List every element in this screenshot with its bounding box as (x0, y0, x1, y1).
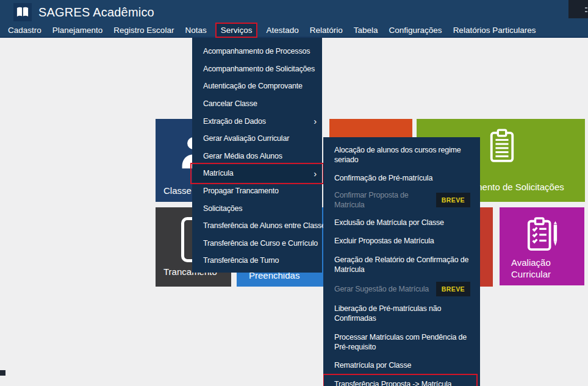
nav-item-planejamento[interactable]: Planejamento (47, 23, 109, 37)
tile-classe-label: Classe (163, 185, 192, 196)
menu-item-transferencia-curso-curriculo[interactable]: Transferência de Curso e Currículo (192, 235, 322, 252)
submenu-item-processar-matriculas-pendencia[interactable]: Processar Matrículas com Pendência de Pr… (323, 327, 480, 356)
tile-avaliacao-curricular[interactable]: Avaliação Curricular (500, 207, 584, 285)
menu-item-cancelar-classe[interactable]: Cancelar Classe (192, 95, 322, 113)
logo-box (13, 3, 32, 21)
submenu-item-confirmacao-pre-matricula[interactable]: Confirmação de Pré-matrícula (323, 169, 480, 188)
nav-item-servicos[interactable]: Serviços (215, 23, 258, 38)
nav-item-registro-escolar[interactable]: Registro Escolar (108, 23, 179, 37)
submenu-item-transferencia-proposta-matricula-pendente[interactable]: Transferência Proposta -> Matrícula Pend… (323, 374, 477, 386)
app-header: SAGRES Acadêmico Cadastro Planejamento R… (0, 0, 588, 38)
menu-item-solicitacoes[interactable]: Solicitações (192, 199, 322, 217)
nav-item-notas[interactable]: Notas (179, 23, 212, 37)
submenu-item-liberacao-pre-matriculas[interactable]: Liberação de Pré-matrículas não Confirma… (323, 299, 480, 328)
main-menubar: Cadastro Planejamento Registro Escolar N… (2, 22, 541, 38)
submenu-chevron-icon: › (314, 169, 317, 178)
submenu-item-rematricula-por-classe[interactable]: Rematrícula por Classe (323, 356, 480, 375)
submenu-item-excluir-propostas-matricula[interactable]: Excluir Propostas de Matrícula (323, 232, 480, 251)
nav-item-tabela[interactable]: Tabela (348, 23, 384, 37)
nav-item-cadastro[interactable]: Cadastro (2, 23, 47, 37)
menu-item-acompanhamento-de-solicitacoes[interactable]: Acompanhamento de Solicitações (192, 60, 322, 78)
submenu-item-gerar-sugestao-matricula: Gerar Sugestão de Matrícula BREVE (323, 279, 480, 299)
nav-item-relatorios-particulares[interactable]: Relatórios Particulares (448, 23, 542, 37)
breve-badge: BREVE (436, 193, 470, 207)
menu-item-gerar-avaliacao-curricular[interactable]: Gerar Avaliação Curricular (192, 130, 322, 148)
sagres-academico-app: Classe Acompanhamento de Solicitações Tr… (0, 0, 588, 386)
menu-item-transferencia-alunos-entre-classes[interactable]: Transferência de Alunos entre Classes (192, 217, 322, 235)
window-edge-artifact (0, 370, 5, 376)
menu-item-matricula[interactable]: Matrícula› (192, 165, 322, 182)
submenu-item-confirmar-proposta-matricula: Confirmar Proposta de Matrícula BREVE (323, 187, 480, 213)
menu-item-propagar-trancamento[interactable]: Propagar Trancamento (192, 182, 322, 200)
submenu-item-alocacao-alunos-regime-seriado[interactable]: Alocação de alunos dos cursos regime ser… (323, 140, 480, 169)
app-title: SAGRES Acadêmico (38, 5, 154, 20)
menu-item-acompanhamento-de-processos[interactable]: Acompanhamento de Processos (192, 43, 322, 60)
header-corner-button[interactable] (568, 0, 588, 18)
nav-item-relatorio[interactable]: Relatório (304, 23, 348, 37)
matricula-submenu: Alocação de alunos dos cursos regime ser… (323, 137, 480, 386)
menu-item-transferencia-de-turno[interactable]: Transferência de Turno (192, 252, 322, 270)
menu-item-extracao-de-dados[interactable]: Extração de Dados› (192, 112, 322, 130)
clipboard-icon (488, 127, 516, 165)
servicos-dropdown-menu: Acompanhamento de Processos Acompanhamen… (192, 38, 322, 273)
brand: SAGRES Acadêmico (13, 3, 154, 21)
nav-item-configuracoes[interactable]: Configurações (384, 23, 448, 37)
submenu-item-geracao-relatorio-confirmacao[interactable]: Geração de Relatório de Confirmação de M… (323, 250, 480, 279)
clipboard-check-pen-icon (526, 216, 559, 252)
tile-avaliacao-label: Avaliação Curricular (511, 257, 569, 280)
menu-item-autenticacao-de-comprovante[interactable]: Autenticação de Comprovante (192, 77, 322, 95)
open-book-icon (16, 6, 29, 18)
breve-badge: BREVE (436, 282, 470, 296)
menu-item-gerar-media-dos-alunos[interactable]: Gerar Média dos Alunos (192, 148, 322, 165)
submenu-chevron-icon: › (314, 116, 317, 126)
submenu-item-exclusao-matricula-por-classe[interactable]: Exclusão de Matrícula por Classe (323, 213, 480, 232)
nav-item-atestado[interactable]: Atestado (260, 23, 304, 37)
